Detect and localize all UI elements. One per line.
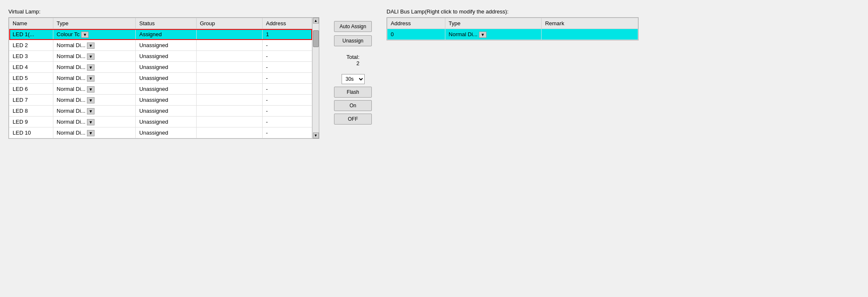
vl-col-address: Address bbox=[262, 18, 312, 29]
vl-col-group: Group bbox=[196, 18, 262, 29]
vl-type-dropdown-4[interactable]: ▼ bbox=[87, 75, 95, 82]
virtual-lamp-table: Name Type Status Group Address LED 1(...… bbox=[9, 18, 312, 138]
vl-type-dropdown-3[interactable]: ▼ bbox=[87, 64, 95, 71]
vl-cell-group-8 bbox=[196, 117, 262, 127]
virtual-lamp-panel: Virtual Lamp: Name Type Status Group Add… bbox=[8, 8, 319, 139]
vl-col-status: Status bbox=[136, 18, 196, 29]
vl-cell-type-9[interactable]: Normal Di... ▼ bbox=[53, 127, 136, 138]
vl-type-text-8: Normal Di... bbox=[57, 119, 86, 125]
vl-cell-name-4: LED 5 bbox=[9, 73, 53, 84]
vl-cell-status-8: Unassigned bbox=[136, 117, 196, 127]
off-button[interactable]: OFF bbox=[334, 114, 372, 125]
vl-row-0[interactable]: LED 1(...Colour Tc ▼Assigned1 bbox=[9, 29, 312, 40]
vl-type-dropdown-2[interactable]: ▼ bbox=[87, 53, 95, 60]
total-display: Total: 2 bbox=[346, 54, 359, 66]
vl-type-dropdown-5[interactable]: ▼ bbox=[87, 86, 95, 93]
vl-cell-type-1[interactable]: Normal Di... ▼ bbox=[53, 40, 136, 51]
vl-row-6[interactable]: LED 7Normal Di... ▼Unassigned- bbox=[9, 95, 312, 106]
vl-type-dropdown-1[interactable]: ▼ bbox=[87, 42, 95, 49]
vl-cell-group-5 bbox=[196, 84, 262, 95]
dali-cell-address-0: 0 bbox=[387, 29, 445, 40]
vl-cell-name-1: LED 2 bbox=[9, 40, 53, 51]
vl-cell-address-3: - bbox=[262, 62, 312, 73]
middle-controls-panel: Auto Assign Unassign Total: 2 30s 1m 2m … bbox=[328, 8, 378, 125]
flash-controls: 30s 1m 2m Flash On OFF bbox=[334, 74, 372, 125]
dali-cell-remark-0 bbox=[542, 29, 638, 40]
vl-cell-type-5[interactable]: Normal Di... ▼ bbox=[53, 84, 136, 95]
vl-cell-group-1 bbox=[196, 40, 262, 51]
scroll-thumb[interactable] bbox=[313, 30, 319, 47]
virtual-lamp-table-container: Name Type Status Group Address LED 1(...… bbox=[8, 17, 319, 139]
dali-row-0[interactable]: 0Normal Di... ▼ bbox=[387, 29, 638, 40]
virtual-lamp-scroll-area: Name Type Status Group Address LED 1(...… bbox=[9, 18, 312, 138]
vl-cell-group-9 bbox=[196, 127, 262, 138]
vl-type-text-1: Normal Di... bbox=[57, 42, 86, 48]
main-container: Virtual Lamp: Name Type Status Group Add… bbox=[8, 8, 860, 139]
dali-header-row: Address Type Remark bbox=[387, 18, 638, 29]
virtual-lamp-scrollbar[interactable]: ▲ ▼ bbox=[312, 18, 319, 138]
vl-cell-name-2: LED 3 bbox=[9, 51, 53, 62]
scroll-down-arrow[interactable]: ▼ bbox=[313, 133, 319, 138]
vl-row-5[interactable]: LED 6Normal Di... ▼Unassigned- bbox=[9, 84, 312, 95]
duration-dropdown[interactable]: 30s 1m 2m bbox=[342, 74, 365, 84]
vl-type-dropdown-7[interactable]: ▼ bbox=[87, 108, 95, 114]
vl-cell-status-0: Assigned bbox=[136, 29, 196, 40]
vl-cell-name-9: LED 10 bbox=[9, 127, 53, 138]
vl-cell-type-4[interactable]: Normal Di... ▼ bbox=[53, 73, 136, 84]
dali-cell-type-0[interactable]: Normal Di... ▼ bbox=[445, 29, 542, 40]
vl-cell-name-7: LED 8 bbox=[9, 106, 53, 117]
vl-cell-name-6: LED 7 bbox=[9, 95, 53, 106]
auto-assign-button[interactable]: Auto Assign bbox=[334, 21, 372, 32]
vl-cell-address-0: 1 bbox=[262, 29, 312, 40]
vl-type-text-3: Normal Di... bbox=[57, 64, 86, 70]
dali-col-remark: Remark bbox=[542, 18, 638, 29]
vl-cell-address-2: - bbox=[262, 51, 312, 62]
vl-type-text-6: Normal Di... bbox=[57, 97, 86, 103]
vl-row-9[interactable]: LED 10Normal Di... ▼Unassigned- bbox=[9, 127, 312, 138]
vl-cell-type-8[interactable]: Normal Di... ▼ bbox=[53, 117, 136, 127]
vl-type-dropdown-6[interactable]: ▼ bbox=[87, 97, 95, 103]
vl-row-3[interactable]: LED 4Normal Di... ▼Unassigned- bbox=[9, 62, 312, 73]
vl-type-dropdown-0[interactable]: ▼ bbox=[81, 32, 89, 38]
vl-cell-name-8: LED 9 bbox=[9, 117, 53, 127]
vl-cell-status-4: Unassigned bbox=[136, 73, 196, 84]
vl-cell-group-0 bbox=[196, 29, 262, 40]
dali-type-dropdown-0[interactable]: ▼ bbox=[479, 32, 487, 38]
vl-cell-type-3[interactable]: Normal Di... ▼ bbox=[53, 62, 136, 73]
vl-cell-type-6[interactable]: Normal Di... ▼ bbox=[53, 95, 136, 106]
vl-row-2[interactable]: LED 3Normal Di... ▼Unassigned- bbox=[9, 51, 312, 62]
vl-cell-group-3 bbox=[196, 62, 262, 73]
vl-cell-group-7 bbox=[196, 106, 262, 117]
total-value: 2 bbox=[356, 60, 359, 66]
vl-row-7[interactable]: LED 8Normal Di... ▼Unassigned- bbox=[9, 106, 312, 117]
dali-col-type: Type bbox=[445, 18, 542, 29]
flash-button[interactable]: Flash bbox=[334, 87, 372, 98]
vl-type-dropdown-9[interactable]: ▼ bbox=[87, 130, 95, 136]
vl-type-text-5: Normal Di... bbox=[57, 86, 86, 92]
vl-row-1[interactable]: LED 2Normal Di... ▼Unassigned- bbox=[9, 40, 312, 51]
vl-cell-address-6: - bbox=[262, 95, 312, 106]
dali-table-wrapper: Address Type Remark 0Normal Di... ▼ bbox=[387, 17, 639, 40]
vl-cell-type-0[interactable]: Colour Tc ▼ bbox=[53, 29, 136, 40]
duration-select-container: 30s 1m 2m bbox=[342, 74, 365, 84]
vl-cell-type-7[interactable]: Normal Di... ▼ bbox=[53, 106, 136, 117]
dali-lamp-title: DALI Bus Lamp(Right click to modify the … bbox=[387, 8, 639, 15]
vl-row-8[interactable]: LED 9Normal Di... ▼Unassigned- bbox=[9, 117, 312, 127]
vl-cell-type-2[interactable]: Normal Di... ▼ bbox=[53, 51, 136, 62]
vl-type-text-4: Normal Di... bbox=[57, 75, 86, 81]
vl-row-4[interactable]: LED 5Normal Di... ▼Unassigned- bbox=[9, 73, 312, 84]
vl-cell-address-7: - bbox=[262, 106, 312, 117]
vl-cell-status-3: Unassigned bbox=[136, 62, 196, 73]
vl-cell-name-3: LED 4 bbox=[9, 62, 53, 73]
scroll-up-arrow[interactable]: ▲ bbox=[313, 18, 319, 24]
on-button[interactable]: On bbox=[334, 100, 372, 111]
vl-cell-address-1: - bbox=[262, 40, 312, 51]
vl-type-dropdown-8[interactable]: ▼ bbox=[87, 119, 95, 125]
vl-cell-status-7: Unassigned bbox=[136, 106, 196, 117]
vl-type-text-9: Normal Di... bbox=[57, 130, 86, 136]
vl-header-row: Name Type Status Group Address bbox=[9, 18, 312, 29]
vl-type-text-0: Colour Tc bbox=[57, 31, 80, 37]
vl-type-text-7: Normal Di... bbox=[57, 108, 86, 114]
unassign-button[interactable]: Unassign bbox=[334, 35, 372, 46]
virtual-lamp-title: Virtual Lamp: bbox=[8, 8, 319, 15]
